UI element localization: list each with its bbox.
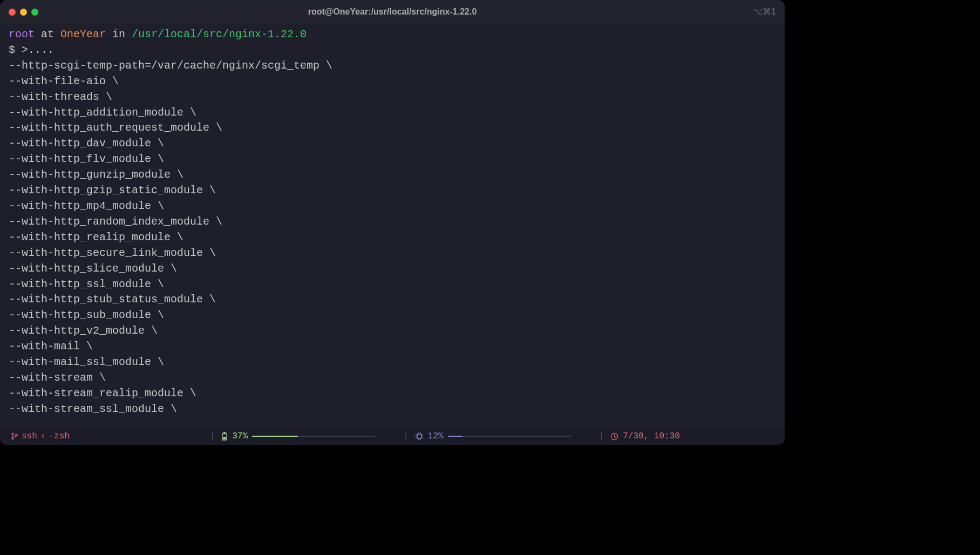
svg-rect-4 <box>224 432 226 434</box>
status-session-group: ssh ‹ -zsh <box>11 429 70 444</box>
status-cpu-group: 12% <box>415 429 572 444</box>
cpu-bar <box>448 436 572 437</box>
svg-rect-5 <box>223 437 226 439</box>
minimize-button[interactable] <box>20 9 27 16</box>
prompt-host: OneYear <box>60 28 106 40</box>
prompt-in: in <box>106 28 132 40</box>
cpu-icon <box>415 432 424 441</box>
terminal-window: root@OneYear:/usr/local/src/nginx-1.22.0… <box>0 0 785 445</box>
status-clock-group: 7/30, 10:30 <box>610 429 680 444</box>
statusbar: ssh ‹ -zsh | 37% | <box>0 428 785 445</box>
prompt-line-2: $ >.... <box>9 44 54 56</box>
battery-icon <box>221 432 228 441</box>
git-branch-icon <box>11 432 18 440</box>
status-cpu-pct: 12% <box>428 429 444 444</box>
close-button[interactable] <box>9 9 16 16</box>
status-battery-group: 37% <box>221 429 376 444</box>
status-session: ssh <box>22 429 37 444</box>
svg-rect-6 <box>417 434 421 438</box>
svg-point-0 <box>12 433 13 435</box>
prompt-path: /usr/local/src/nginx-1.22.0 <box>132 28 307 40</box>
prompt-user: root <box>9 28 35 40</box>
status-clock: 7/30, 10:30 <box>623 429 680 444</box>
battery-bar <box>252 436 376 437</box>
clock-icon <box>610 432 618 441</box>
window-title: root@OneYear:/usr/local/src/nginx-1.22.0 <box>0 4 785 20</box>
window-shortcut-hint: ⌥⌘1 <box>753 4 776 20</box>
traffic-lights <box>9 9 38 16</box>
maximize-button[interactable] <box>31 9 38 16</box>
terminal-output: --http-scgi-temp-path=/var/cache/nginx/s… <box>9 58 776 417</box>
terminal-body[interactable]: root at OneYear in /usr/local/src/nginx-… <box>0 24 785 428</box>
svg-point-1 <box>12 438 13 439</box>
prompt-at: at <box>35 28 60 40</box>
titlebar: root@OneYear:/usr/local/src/nginx-1.22.0… <box>0 0 785 24</box>
status-battery-pct: 37% <box>232 429 248 444</box>
svg-point-2 <box>16 434 17 436</box>
status-process: -zsh <box>49 429 69 444</box>
status-sep: ‹ <box>40 429 46 444</box>
